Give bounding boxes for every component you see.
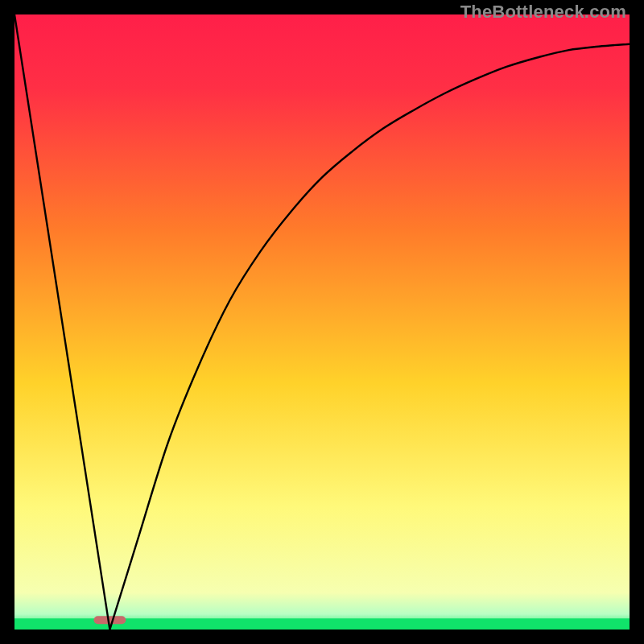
chart-frame [14,14,630,630]
bottleneck-chart [14,14,630,630]
watermark-text: TheBottleneck.com [460,2,626,23]
gradient-background [14,14,630,630]
minimum-marker [94,616,126,624]
